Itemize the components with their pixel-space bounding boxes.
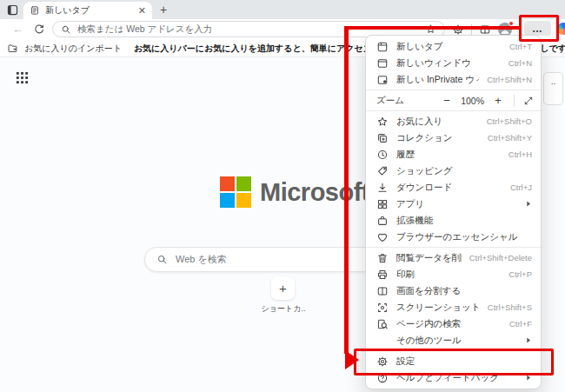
- menu-item-browser-essentials[interactable]: ブラウザーのエッセンシャル: [366, 229, 541, 245]
- refresh-icon[interactable]: [33, 23, 45, 36]
- menu-separator: [366, 247, 541, 248]
- tab-title: 新しいタブ: [45, 4, 133, 17]
- microsoft-logo-text: Microsoft: [260, 178, 369, 207]
- partially-hidden-button[interactable]: ..: [543, 72, 563, 105]
- import-favorites-icon[interactable]: [7, 43, 18, 54]
- screenshot-icon: [376, 302, 389, 314]
- print-icon: [376, 269, 389, 281]
- annotation-box-settings-and-more: [519, 15, 559, 42]
- settings-and-more-menu: 新しいタブ Ctrl+T 新しいウィンドウ Ctrl+N 新しい InPriva…: [365, 35, 542, 389]
- add-shortcut-label: ショートカ..: [253, 303, 314, 315]
- import-favorites-label[interactable]: お気に入りのインポート: [24, 43, 122, 55]
- browser-essentials-icon: [376, 231, 389, 243]
- new-tab-button[interactable]: +: [160, 3, 167, 17]
- zoom-in-button[interactable]: +: [491, 94, 505, 107]
- downloads-icon: [376, 182, 389, 194]
- menu-item-split-screen[interactable]: 画面を分割する: [366, 282, 541, 299]
- new-window-icon: [376, 57, 389, 70]
- menu-item-new-tab[interactable]: 新しいタブ Ctrl+T: [366, 38, 541, 55]
- menu-item-history[interactable]: 履歴 Ctrl+H: [366, 146, 541, 163]
- web-search-placeholder: Web を検索: [176, 253, 227, 266]
- menu-item-new-inprivate-window[interactable]: 新しい InPrivate ウィンドウ Ctrl+Shift+N: [366, 71, 541, 88]
- menu-item-print[interactable]: 印刷 Ctrl+P: [366, 266, 541, 282]
- menu-item-apps[interactable]: アプリ: [366, 196, 541, 212]
- menu-item-new-window[interactable]: 新しいウィンドウ Ctrl+N: [366, 55, 541, 71]
- menu-item-collections[interactable]: コレクション Ctrl+Shift+Y: [366, 130, 541, 146]
- menu-item-screenshot[interactable]: スクリーンショット Ctrl+Shift+S: [366, 299, 541, 316]
- zoom-out-button[interactable]: −: [440, 94, 454, 107]
- extensions-icon: [376, 215, 389, 227]
- history-icon: [376, 149, 389, 161]
- menu-item-find-on-page[interactable]: ページ内の検索 Ctrl+F: [366, 316, 541, 332]
- back-icon[interactable]: ←: [12, 23, 23, 36]
- find-on-page-icon: [376, 318, 389, 330]
- annotation-arrow-line-vertical: [344, 26, 349, 354]
- menu-item-zoom: ズーム − 100% +: [366, 92, 541, 109]
- tab-close-icon[interactable]: ✕: [138, 6, 146, 16]
- submenu-arrow-icon: [526, 200, 532, 208]
- menu-item-more-tools[interactable]: その他のツール: [366, 332, 541, 349]
- zoom-divider: [514, 95, 515, 107]
- menu-item-favorites[interactable]: お気に入り Ctrl+Shift+O: [366, 113, 541, 130]
- search-icon: [61, 24, 71, 35]
- fullscreen-icon[interactable]: [523, 96, 534, 106]
- menu-separator: [366, 90, 541, 90]
- split-screen-icon: [376, 285, 389, 297]
- submenu-arrow-icon: [526, 336, 532, 344]
- menu-item-downloads[interactable]: ダウンロード Ctrl+J: [366, 179, 541, 196]
- tab-new-tab[interactable]: 新しいタブ ✕: [23, 2, 152, 19]
- favorites-icon: [376, 116, 389, 128]
- inprivate-icon: [376, 74, 389, 86]
- annotation-box-settings-item: [354, 349, 554, 375]
- tab-actions-menu-icon[interactable]: [6, 3, 19, 17]
- shopping-icon: [376, 165, 389, 177]
- annotation-arrow-line-horizontal: [347, 26, 520, 30]
- zoom-level-value: 100%: [461, 96, 484, 106]
- collections-icon: [376, 132, 389, 144]
- edge-browser-window: 新しいタブ ✕ + ← 検索または Web アドレスを入力 … お気に入りのイン…: [0, 0, 565, 392]
- microsoft-logo-icon: [220, 176, 251, 208]
- app-launcher-grid-icon[interactable]: [16, 71, 29, 84]
- add-shortcut-button[interactable]: +: [271, 276, 295, 300]
- menu-item-shopping[interactable]: ショッピング: [366, 163, 541, 179]
- menu-item-extensions[interactable]: 拡張機能: [366, 212, 541, 229]
- apps-icon: [376, 198, 389, 210]
- page-favicon: [30, 5, 40, 16]
- search-icon: [156, 254, 168, 265]
- menu-separator: [366, 110, 541, 111]
- tab-strip: 新しいタブ ✕ +: [0, 0, 565, 19]
- delete-browsing-data-icon: [376, 252, 389, 264]
- menu-item-delete-browsing-data[interactable]: 閲覧データを削除 Ctrl+Shift+Delete: [366, 249, 541, 266]
- new-tab-icon: [376, 41, 389, 53]
